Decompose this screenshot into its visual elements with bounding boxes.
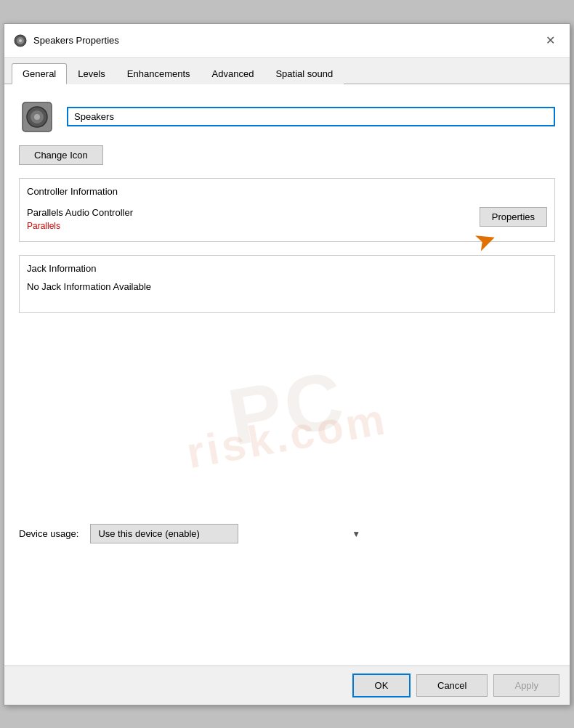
- device-usage-select[interactable]: Use this device (enable) Do not use this…: [90, 524, 238, 543]
- tab-spatial-sound[interactable]: Spatial sound: [264, 63, 344, 84]
- jack-information-section: Jack Information No Jack Information Ava…: [19, 255, 555, 313]
- tab-enhancements[interactable]: Enhancements: [116, 63, 201, 84]
- tab-advanced[interactable]: Advanced: [201, 63, 265, 84]
- svg-point-2: [19, 39, 22, 42]
- arrow-cursor-indicator: ➤: [470, 222, 501, 259]
- controller-sub: Parallels: [27, 221, 133, 231]
- title-bar: Speakers Properties ✕: [4, 24, 570, 58]
- close-button[interactable]: ✕: [539, 30, 561, 52]
- jack-section-title: Jack Information: [27, 263, 547, 274]
- device-usage-select-wrapper: Use this device (enable) Do not use this…: [90, 524, 366, 543]
- controller-row: Parallels Audio Controller Parallels Pro…: [27, 204, 547, 234]
- controller-information-section: Controller Information Parallels Audio C…: [19, 178, 555, 242]
- jack-info-text: No Jack Information Available: [27, 281, 547, 292]
- device-name-row: [19, 99, 555, 135]
- tabs-bar: General Levels Enhancements Advanced Spa…: [4, 58, 570, 84]
- apply-button[interactable]: Apply: [493, 674, 559, 697]
- device-usage-row: Device usage: Use this device (enable) D…: [19, 517, 555, 551]
- controller-section-title: Controller Information: [27, 186, 547, 197]
- cancel-button[interactable]: Cancel: [416, 674, 488, 697]
- controller-info: Parallels Audio Controller Parallels: [27, 207, 133, 231]
- title-bar-left: Speakers Properties: [13, 33, 119, 48]
- window-icon: [13, 33, 28, 48]
- watermark-area: PC risk.com: [19, 313, 555, 502]
- device-name-input[interactable]: [67, 107, 555, 126]
- tab-content-general: Change Icon Controller Information Paral…: [4, 84, 570, 666]
- dialog-footer: OK Cancel Apply: [4, 666, 570, 705]
- controller-name: Parallels Audio Controller: [27, 207, 133, 218]
- speakers-properties-window: Speakers Properties ✕ General Levels Enh…: [4, 23, 570, 705]
- watermark-subtext: risk.com: [183, 393, 392, 477]
- change-icon-button[interactable]: Change Icon: [19, 145, 103, 165]
- window-title: Speakers Properties: [33, 35, 119, 46]
- watermark-text: PC: [222, 352, 352, 463]
- ok-button[interactable]: OK: [352, 674, 411, 697]
- tab-levels[interactable]: Levels: [67, 63, 116, 84]
- speaker-device-icon: [19, 99, 55, 135]
- select-chevron-icon: ▾: [354, 528, 359, 539]
- tab-general[interactable]: General: [12, 63, 67, 84]
- svg-point-6: [34, 114, 40, 120]
- properties-button[interactable]: Properties: [480, 207, 547, 227]
- device-usage-label: Device usage:: [19, 528, 78, 539]
